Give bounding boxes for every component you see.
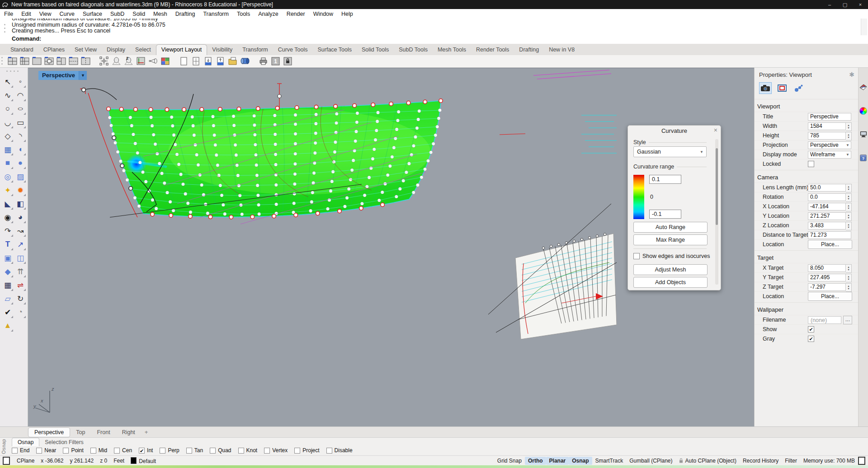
viewport-tab-top[interactable]: Top (70, 428, 91, 437)
toolbar-tab-mesh-tools[interactable]: Mesh Tools (433, 45, 471, 55)
spinner-control[interactable]: ▲▼ (846, 222, 852, 230)
toolbar-icon-layout-4view[interactable] (190, 56, 202, 67)
properties-tab-icon[interactable] (859, 83, 868, 91)
toolbar-icon-synchronize-views[interactable] (98, 56, 110, 67)
osnap-toggle-tan[interactable]: Tan (186, 447, 203, 454)
menu-file[interactable]: File (0, 11, 17, 17)
palette-trim-icon[interactable]: ◣ (1, 197, 14, 211)
dialog-scrollbar-thumb[interactable] (716, 148, 718, 225)
auto-range-button[interactable]: Auto Range (633, 222, 708, 233)
viewport-properties-icon[interactable] (776, 82, 788, 94)
palette-group-icon[interactable]: ▣ (1, 251, 14, 265)
toolbar-icon-new-layout[interactable] (178, 56, 189, 67)
palette-extrude-icon[interactable]: ⇈ (14, 265, 27, 278)
osnap-toggle-mid[interactable]: Mid (90, 447, 107, 454)
palette-fillet-curve-icon[interactable]: ◝ (14, 129, 27, 143)
toolbar-icon-render-preview[interactable]: 2 (123, 56, 134, 67)
show-checkbox[interactable]: ✔ (808, 326, 814, 332)
menu-help[interactable]: Help (337, 11, 357, 17)
toolbar-icon-viewport-4split-wide[interactable] (19, 56, 30, 67)
close-button[interactable]: × (853, 0, 868, 9)
spinner-control[interactable]: ▲▼ (846, 184, 852, 192)
gear-icon[interactable]: ✱ (849, 71, 854, 78)
toolbar-tab-visibility[interactable]: Visibility (207, 45, 237, 55)
property-input[interactable]: 0.0▲▼ (808, 193, 846, 201)
osnap-toggle-point[interactable]: Point (63, 447, 83, 454)
menu-analyze[interactable]: Analyze (254, 11, 282, 17)
add-objects-button[interactable]: Add Objects (633, 277, 708, 288)
toolbar-tab-set-view[interactable]: Set View (70, 45, 102, 55)
toolbar-icon-viewport-single[interactable] (31, 56, 42, 67)
spinner-control[interactable]: ▲▼ (846, 132, 852, 140)
osnap-toggle-cen[interactable]: Cen (114, 447, 132, 454)
toolbar-tab-standard[interactable]: Standard (5, 45, 38, 55)
status-gumball-cplane-[interactable]: Gumball (CPlane) (626, 457, 675, 465)
osnap-toggle-disable[interactable]: Disable (326, 447, 353, 454)
filename-value[interactable]: (none) (808, 316, 841, 324)
palette-mirror-icon[interactable]: ⇌ (14, 278, 27, 292)
property-input[interactable]: 1584▲▼ (808, 122, 846, 130)
status-default[interactable]: Default (127, 456, 159, 465)
location-button[interactable]: Place... (808, 240, 852, 249)
menu-curve[interactable]: Curve (56, 11, 79, 17)
max-range-button[interactable]: Max Range (633, 234, 708, 245)
palette-arc-icon[interactable]: ◡ (1, 116, 14, 129)
palette-box-icon[interactable]: ■ (1, 156, 14, 170)
osnap-toggle-perp[interactable]: Perp (160, 447, 179, 454)
palette-move-icon[interactable]: ↗ (14, 238, 27, 251)
palette-adjust-curve-icon[interactable]: ↷ (1, 224, 14, 238)
toolbar-icon-open-template[interactable] (226, 56, 238, 67)
osnap-toggle-vertex[interactable]: Vertex (264, 447, 288, 454)
property-input[interactable]: 71.273 (808, 231, 851, 239)
palette-copy-icon[interactable]: ▱ (1, 292, 14, 305)
viewport-title-label[interactable]: Perspective ▼ (38, 71, 87, 80)
status-record-history[interactable]: Record History (740, 457, 782, 465)
spinner-control[interactable]: ▲▼ (846, 193, 852, 202)
toolbar-tab-new-in-v8[interactable]: New in V8 (544, 45, 580, 55)
toolbar-icon-single-pane[interactable]: 1 (269, 56, 281, 67)
panel-toggle-icon[interactable] (3, 457, 10, 465)
property-input[interactable]: Perspective (808, 113, 851, 121)
menu-tools[interactable]: Tools (233, 11, 254, 17)
spinner-control[interactable]: ▲▼ (846, 264, 852, 273)
menu-solid[interactable]: Solid (128, 11, 149, 17)
camera-properties-icon[interactable] (759, 82, 772, 94)
palette-patch-icon[interactable]: ▨ (14, 170, 27, 183)
status-osnap[interactable]: Osnap (569, 457, 592, 465)
viewport-tab-front[interactable]: Front (91, 428, 116, 437)
property-input[interactable]: 3.483▲▼ (808, 222, 846, 229)
menu-window[interactable]: Window (309, 11, 337, 17)
palette-blend-curve-icon[interactable]: ↝ (14, 224, 27, 238)
status-ortho[interactable]: Ortho (525, 457, 546, 465)
toolbar-icon-export-layout[interactable] (214, 56, 226, 67)
property-input[interactable]: Wireframe▼ (808, 151, 851, 159)
curvature-dialog[interactable]: Curvature × Style Gaussian ▼ Curvature r… (627, 125, 721, 290)
osnap-tab-selection-filters[interactable]: Selection Filters (39, 438, 89, 446)
osnap-tab-osnap[interactable]: Osnap (12, 438, 39, 446)
layer-color-swatch[interactable] (131, 457, 137, 464)
palette-ellipse-icon[interactable]: ○ (14, 102, 27, 116)
palette-sphere-icon[interactable]: ● (14, 156, 27, 170)
show-edges-checkbox[interactable] (633, 253, 640, 259)
viewport-tab-perspective[interactable]: Perspective (28, 427, 70, 437)
curvature-dialog-title[interactable]: Curvature (628, 126, 721, 136)
toolbar-tab-subd-tools[interactable]: SubD Tools (394, 45, 433, 55)
gumball-properties-icon[interactable] (793, 82, 805, 94)
menu-subd[interactable]: SubD (106, 11, 128, 17)
toolbar-icon-display-color-map[interactable] (159, 56, 171, 67)
spinner-control[interactable]: ▲▼ (846, 203, 852, 211)
toolbar-tab-surface-tools[interactable]: Surface Tools (312, 45, 357, 55)
spinner-control[interactable]: ▲▼ (846, 274, 852, 282)
palette-rectangle-icon[interactable]: ▭ (14, 116, 27, 129)
command-prompt[interactable]: Command: (12, 36, 41, 42)
perspective-viewport[interactable]: Perspective ▼ zxy Curvature × Style Gaus… (28, 68, 754, 427)
menu-surface[interactable]: Surface (79, 11, 106, 17)
toolbar-icon-lock-pane[interactable] (282, 56, 293, 67)
spinner-control[interactable]: ▲▼ (846, 122, 852, 131)
palette-select-arrow-icon[interactable]: ↖ (1, 75, 14, 89)
viewport-tab-right[interactable]: Right (116, 428, 141, 437)
property-input[interactable]: -47.164▲▼ (808, 203, 846, 211)
palette-boolean-union-icon[interactable]: ◉ (1, 211, 14, 224)
osnap-toggle-knot[interactable]: Knot (238, 447, 258, 454)
palette-torus-icon[interactable]: ◎ (1, 170, 14, 183)
